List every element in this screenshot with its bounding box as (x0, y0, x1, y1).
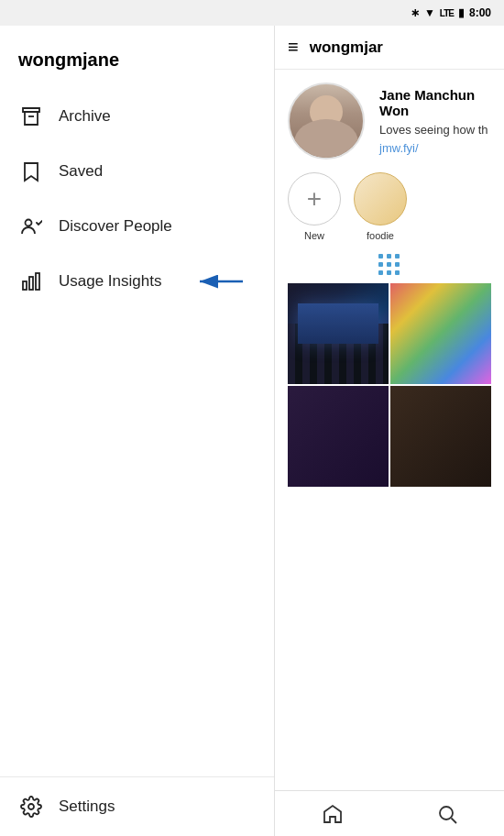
sidebar-username: wongmjane (0, 37, 274, 89)
photo-colorful-image (390, 283, 491, 384)
archive-icon (18, 104, 44, 129)
highlights-row: + New foodie (288, 172, 491, 241)
photo-cell-extra[interactable] (390, 386, 491, 487)
hamburger-icon[interactable]: ≡ (288, 37, 299, 58)
grid-dot (378, 270, 383, 275)
nav-home[interactable] (275, 791, 389, 836)
status-icons: ∗ ▼ LTE ▮ 8:00 (411, 6, 491, 19)
photo-grid (288, 283, 491, 487)
discover-label: Discover People (59, 217, 172, 236)
svg-line-8 (451, 818, 456, 823)
sidebar-item-discover[interactable]: Discover People (0, 199, 274, 254)
home-icon (322, 803, 344, 825)
profile-panel: ≡ wongmjar Jane Manchun Won Loves seeing… (275, 26, 504, 836)
grid-dot (387, 254, 391, 258)
svg-rect-2 (29, 277, 33, 290)
insights-label: Usage Insights (59, 272, 161, 291)
highlight-new-circle: + (288, 172, 341, 226)
grid-dot (387, 262, 391, 267)
grid-dot (395, 262, 400, 267)
wifi-icon: ▼ (424, 6, 435, 19)
photo-cell-city[interactable] (288, 283, 389, 384)
profile-info: Jane Manchun Won Loves seeing how th jmw… (379, 87, 491, 155)
time-display: 8:00 (469, 6, 491, 19)
highlight-foodie[interactable]: foodie (354, 172, 407, 241)
photo-cell-colorful[interactable] (390, 283, 491, 384)
profile-link[interactable]: jmw.fyi/ (379, 141, 491, 155)
grid-dot (378, 254, 383, 258)
grid-dot (387, 270, 391, 275)
grid-dot (395, 270, 400, 275)
photo-cell-dark[interactable] (288, 386, 389, 487)
highlight-foodie-label: foodie (367, 230, 394, 241)
sidebar-item-archive[interactable]: Archive (0, 89, 274, 144)
sidebar-item-saved[interactable]: Saved (0, 144, 274, 199)
arrow-indicator (192, 269, 247, 294)
search-icon (436, 803, 458, 825)
profile-bio: Loves seeing how th (379, 122, 491, 138)
status-bar: ∗ ▼ LTE ▮ 8:00 (0, 0, 504, 26)
sidebar-footer: Settings (0, 776, 274, 836)
plus-icon: + (307, 184, 322, 214)
nav-search[interactable] (389, 791, 504, 836)
insights-icon (18, 269, 44, 294)
svg-point-6 (28, 804, 34, 809)
sidebar-menu: Archive Saved (0, 89, 274, 776)
highlight-new[interactable]: + New (288, 172, 341, 241)
highlight-foodie-circle (354, 172, 407, 226)
sidebar-item-insights[interactable]: Usage Insights (0, 254, 274, 309)
grid-icon-row[interactable] (288, 254, 491, 276)
avatar-image (290, 84, 363, 158)
signal-icon: LTE (440, 8, 454, 18)
sidebar-drawer: wongmjane Archive (0, 26, 275, 836)
saved-label: Saved (59, 162, 103, 181)
profile-header-username: wongmjar (310, 38, 383, 57)
archive-label: Archive (59, 107, 111, 126)
settings-label: Settings (59, 798, 115, 816)
grid-dot (378, 262, 383, 267)
settings-icon (18, 794, 44, 820)
profile-full-name: Jane Manchun Won (379, 87, 491, 118)
svg-point-0 (26, 220, 32, 226)
photo-city-image (288, 283, 389, 384)
grid-dot (395, 254, 400, 258)
avatar[interactable] (288, 82, 365, 160)
profile-content: Jane Manchun Won Loves seeing how th jmw… (275, 70, 504, 790)
battery-icon: ▮ (458, 6, 465, 19)
profile-avatar-row: Jane Manchun Won Loves seeing how th jmw… (288, 82, 491, 160)
svg-rect-1 (23, 281, 27, 290)
main-layout: wongmjane Archive (0, 26, 504, 836)
profile-header: ≡ wongmjar (275, 26, 504, 70)
bluetooth-icon: ∗ (411, 6, 420, 19)
sidebar-item-settings[interactable]: Settings (18, 794, 256, 820)
svg-rect-3 (36, 273, 39, 290)
highlight-new-label: New (304, 230, 324, 241)
bottom-nav (275, 790, 504, 836)
bookmark-icon (18, 159, 44, 184)
discover-people-icon (18, 214, 44, 239)
svg-point-7 (440, 807, 453, 820)
